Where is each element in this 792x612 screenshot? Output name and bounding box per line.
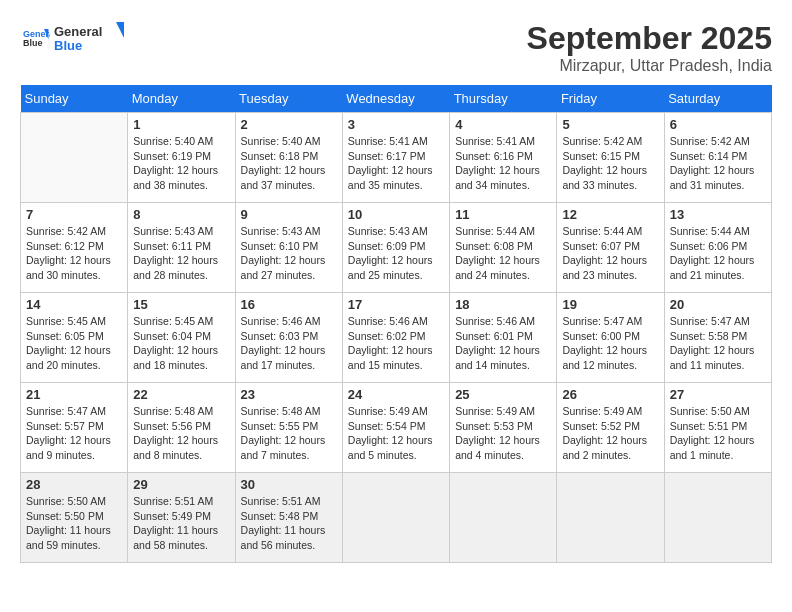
calendar-cell: 21Sunrise: 5:47 AMSunset: 5:57 PMDayligh… — [21, 383, 128, 473]
day-info: Sunrise: 5:46 AMSunset: 6:03 PMDaylight:… — [241, 314, 337, 373]
calendar-cell: 24Sunrise: 5:49 AMSunset: 5:54 PMDayligh… — [342, 383, 449, 473]
day-info: Sunrise: 5:44 AMSunset: 6:08 PMDaylight:… — [455, 224, 551, 283]
calendar-cell: 6Sunrise: 5:42 AMSunset: 6:14 PMDaylight… — [664, 113, 771, 203]
calendar-cell: 30Sunrise: 5:51 AMSunset: 5:48 PMDayligh… — [235, 473, 342, 563]
day-info: Sunrise: 5:51 AMSunset: 5:49 PMDaylight:… — [133, 494, 229, 553]
day-number: 15 — [133, 297, 229, 312]
day-number: 21 — [26, 387, 122, 402]
calendar-cell: 8Sunrise: 5:43 AMSunset: 6:11 PMDaylight… — [128, 203, 235, 293]
day-info: Sunrise: 5:43 AMSunset: 6:10 PMDaylight:… — [241, 224, 337, 283]
calendar-cell: 25Sunrise: 5:49 AMSunset: 5:53 PMDayligh… — [450, 383, 557, 473]
day-info: Sunrise: 5:48 AMSunset: 5:55 PMDaylight:… — [241, 404, 337, 463]
calendar-cell: 14Sunrise: 5:45 AMSunset: 6:05 PMDayligh… — [21, 293, 128, 383]
day-info: Sunrise: 5:51 AMSunset: 5:48 PMDaylight:… — [241, 494, 337, 553]
svg-text:Blue: Blue — [54, 38, 82, 53]
calendar-cell: 7Sunrise: 5:42 AMSunset: 6:12 PMDaylight… — [21, 203, 128, 293]
calendar-cell: 3Sunrise: 5:41 AMSunset: 6:17 PMDaylight… — [342, 113, 449, 203]
calendar-table: SundayMondayTuesdayWednesdayThursdayFrid… — [20, 85, 772, 563]
calendar-week-row: 28Sunrise: 5:50 AMSunset: 5:50 PMDayligh… — [21, 473, 772, 563]
day-number: 29 — [133, 477, 229, 492]
calendar-week-row: 1Sunrise: 5:40 AMSunset: 6:19 PMDaylight… — [21, 113, 772, 203]
day-info: Sunrise: 5:42 AMSunset: 6:14 PMDaylight:… — [670, 134, 766, 193]
calendar-cell: 26Sunrise: 5:49 AMSunset: 5:52 PMDayligh… — [557, 383, 664, 473]
day-number: 20 — [670, 297, 766, 312]
calendar-cell: 27Sunrise: 5:50 AMSunset: 5:51 PMDayligh… — [664, 383, 771, 473]
day-info: Sunrise: 5:43 AMSunset: 6:11 PMDaylight:… — [133, 224, 229, 283]
day-number: 11 — [455, 207, 551, 222]
day-info: Sunrise: 5:42 AMSunset: 6:15 PMDaylight:… — [562, 134, 658, 193]
day-info: Sunrise: 5:47 AMSunset: 5:58 PMDaylight:… — [670, 314, 766, 373]
day-number: 13 — [670, 207, 766, 222]
day-info: Sunrise: 5:50 AMSunset: 5:51 PMDaylight:… — [670, 404, 766, 463]
location-title: Mirzapur, Uttar Pradesh, India — [527, 57, 772, 75]
calendar-cell — [342, 473, 449, 563]
calendar-cell — [664, 473, 771, 563]
calendar-cell: 4Sunrise: 5:41 AMSunset: 6:16 PMDaylight… — [450, 113, 557, 203]
day-info: Sunrise: 5:44 AMSunset: 6:07 PMDaylight:… — [562, 224, 658, 283]
day-number: 1 — [133, 117, 229, 132]
calendar-cell: 29Sunrise: 5:51 AMSunset: 5:49 PMDayligh… — [128, 473, 235, 563]
day-info: Sunrise: 5:47 AMSunset: 5:57 PMDaylight:… — [26, 404, 122, 463]
day-info: Sunrise: 5:45 AMSunset: 6:04 PMDaylight:… — [133, 314, 229, 373]
calendar-header-row: SundayMondayTuesdayWednesdayThursdayFrid… — [21, 85, 772, 113]
calendar-week-row: 14Sunrise: 5:45 AMSunset: 6:05 PMDayligh… — [21, 293, 772, 383]
day-number: 22 — [133, 387, 229, 402]
calendar-cell: 18Sunrise: 5:46 AMSunset: 6:01 PMDayligh… — [450, 293, 557, 383]
day-info: Sunrise: 5:49 AMSunset: 5:53 PMDaylight:… — [455, 404, 551, 463]
calendar-cell: 15Sunrise: 5:45 AMSunset: 6:04 PMDayligh… — [128, 293, 235, 383]
calendar-cell: 1Sunrise: 5:40 AMSunset: 6:19 PMDaylight… — [128, 113, 235, 203]
day-info: Sunrise: 5:47 AMSunset: 6:00 PMDaylight:… — [562, 314, 658, 373]
calendar-cell — [21, 113, 128, 203]
logo: General Blue General Blue — [20, 20, 124, 56]
day-info: Sunrise: 5:41 AMSunset: 6:17 PMDaylight:… — [348, 134, 444, 193]
col-header-tuesday: Tuesday — [235, 85, 342, 113]
day-info: Sunrise: 5:46 AMSunset: 6:02 PMDaylight:… — [348, 314, 444, 373]
col-header-sunday: Sunday — [21, 85, 128, 113]
day-info: Sunrise: 5:49 AMSunset: 5:52 PMDaylight:… — [562, 404, 658, 463]
day-info: Sunrise: 5:40 AMSunset: 6:18 PMDaylight:… — [241, 134, 337, 193]
day-number: 25 — [455, 387, 551, 402]
logo-icon: General Blue — [20, 23, 50, 53]
calendar-cell: 17Sunrise: 5:46 AMSunset: 6:02 PMDayligh… — [342, 293, 449, 383]
calendar-week-row: 21Sunrise: 5:47 AMSunset: 5:57 PMDayligh… — [21, 383, 772, 473]
calendar-cell: 11Sunrise: 5:44 AMSunset: 6:08 PMDayligh… — [450, 203, 557, 293]
calendar-cell: 28Sunrise: 5:50 AMSunset: 5:50 PMDayligh… — [21, 473, 128, 563]
day-number: 3 — [348, 117, 444, 132]
day-info: Sunrise: 5:41 AMSunset: 6:16 PMDaylight:… — [455, 134, 551, 193]
day-number: 2 — [241, 117, 337, 132]
calendar-cell: 9Sunrise: 5:43 AMSunset: 6:10 PMDaylight… — [235, 203, 342, 293]
calendar-cell — [450, 473, 557, 563]
day-number: 4 — [455, 117, 551, 132]
calendar-cell: 5Sunrise: 5:42 AMSunset: 6:15 PMDaylight… — [557, 113, 664, 203]
calendar-cell: 10Sunrise: 5:43 AMSunset: 6:09 PMDayligh… — [342, 203, 449, 293]
day-number: 8 — [133, 207, 229, 222]
calendar-cell: 19Sunrise: 5:47 AMSunset: 6:00 PMDayligh… — [557, 293, 664, 383]
day-number: 9 — [241, 207, 337, 222]
day-number: 6 — [670, 117, 766, 132]
day-number: 19 — [562, 297, 658, 312]
month-title: September 2025 — [527, 20, 772, 57]
day-info: Sunrise: 5:40 AMSunset: 6:19 PMDaylight:… — [133, 134, 229, 193]
calendar-cell: 16Sunrise: 5:46 AMSunset: 6:03 PMDayligh… — [235, 293, 342, 383]
day-info: Sunrise: 5:45 AMSunset: 6:05 PMDaylight:… — [26, 314, 122, 373]
calendar-cell: 2Sunrise: 5:40 AMSunset: 6:18 PMDaylight… — [235, 113, 342, 203]
col-header-monday: Monday — [128, 85, 235, 113]
calendar-cell: 23Sunrise: 5:48 AMSunset: 5:55 PMDayligh… — [235, 383, 342, 473]
day-info: Sunrise: 5:46 AMSunset: 6:01 PMDaylight:… — [455, 314, 551, 373]
day-info: Sunrise: 5:42 AMSunset: 6:12 PMDaylight:… — [26, 224, 122, 283]
day-number: 30 — [241, 477, 337, 492]
day-number: 5 — [562, 117, 658, 132]
svg-marker-6 — [116, 22, 124, 38]
calendar-week-row: 7Sunrise: 5:42 AMSunset: 6:12 PMDaylight… — [21, 203, 772, 293]
day-info: Sunrise: 5:49 AMSunset: 5:54 PMDaylight:… — [348, 404, 444, 463]
col-header-friday: Friday — [557, 85, 664, 113]
calendar-cell: 12Sunrise: 5:44 AMSunset: 6:07 PMDayligh… — [557, 203, 664, 293]
day-number: 12 — [562, 207, 658, 222]
day-number: 10 — [348, 207, 444, 222]
day-number: 16 — [241, 297, 337, 312]
svg-text:General: General — [54, 24, 102, 39]
day-number: 23 — [241, 387, 337, 402]
col-header-thursday: Thursday — [450, 85, 557, 113]
svg-text:Blue: Blue — [23, 38, 43, 48]
day-number: 26 — [562, 387, 658, 402]
